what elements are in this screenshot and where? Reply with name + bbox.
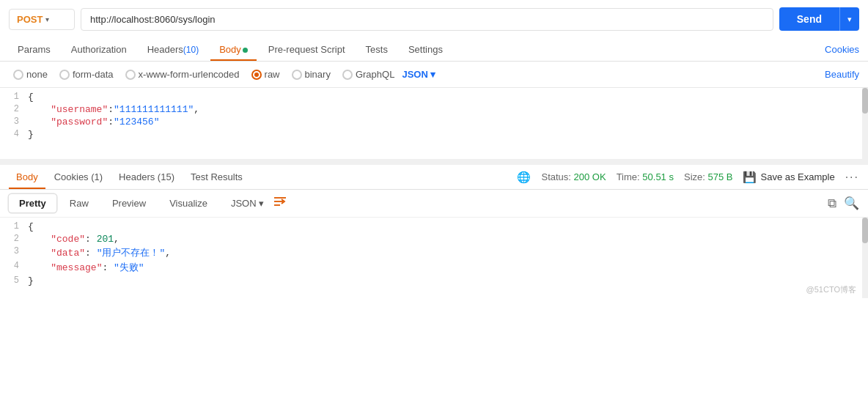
response-body-editor: 1 { 2 "code": 201, 3 "data": "用户不存在！", 4 <box>0 218 868 298</box>
response-format-select[interactable]: JSON ▾ <box>231 198 264 209</box>
headers-badge: (10) <box>183 45 199 55</box>
resp-tab-body[interactable]: Body <box>9 165 45 189</box>
req-line-3: 3 "password":"123456" <box>0 116 868 128</box>
radio-form-data-circle <box>59 70 70 80</box>
radio-form-data[interactable]: form-data <box>55 67 118 81</box>
save-icon: 💾 <box>743 171 757 184</box>
beautify-button[interactable]: Beautify <box>825 69 859 80</box>
search-button[interactable]: 🔍 <box>844 196 859 211</box>
tab-pre-request[interactable]: Pre-request Script <box>260 38 354 61</box>
response-section: Body Cookies (1) Headers (15) Test Resul… <box>0 165 868 298</box>
resp-line-3: 3 "data": "用户不存在！", <box>0 245 868 260</box>
time-value: 50.51 s <box>642 171 674 182</box>
save-example-button[interactable]: 💾 Save as Example <box>743 171 834 184</box>
body-dot <box>243 48 248 53</box>
req-scrollbar-thumb <box>862 88 868 114</box>
time-block: Time: 50.51 s <box>617 171 674 182</box>
copy-button[interactable]: ⧉ <box>828 196 836 211</box>
globe-icon: 🌐 <box>517 171 531 184</box>
url-bar: POST ▾ Send ▾ <box>9 7 859 31</box>
size-value: 575 B <box>708 171 733 182</box>
response-subtab-bar: Pretty Raw Preview Visualize JSON ▾ ⧉ 🔍 <box>0 190 868 218</box>
tab-body[interactable]: Body <box>210 38 257 61</box>
resp-subtab-raw[interactable]: Raw <box>59 194 99 212</box>
status-value: 200 OK <box>574 171 606 182</box>
more-options-button[interactable]: ··· <box>845 171 859 184</box>
resp-subtab-pretty[interactable]: Pretty <box>9 194 56 212</box>
request-section: POST ▾ Send ▾ Params Authorization Heade… <box>0 0 868 62</box>
json-format-select[interactable]: JSON ▾ <box>402 69 435 80</box>
radio-raw[interactable]: raw <box>247 67 284 81</box>
resp-scrollbar-track[interactable] <box>862 218 868 298</box>
req-line-1: 1 { <box>0 91 868 103</box>
response-meta: 🌐 Status: 200 OK Time: 50.51 s Size: 575… <box>517 171 859 184</box>
radio-none-circle <box>13 70 23 80</box>
send-button[interactable]: Send <box>779 7 839 31</box>
url-input[interactable] <box>81 8 773 31</box>
tab-settings[interactable]: Settings <box>400 38 452 61</box>
format-chevron-icon: ▾ <box>259 198 264 209</box>
response-code-editor[interactable]: 1 { 2 "code": 201, 3 "data": "用户不存在！", 4 <box>0 218 868 298</box>
send-btn-wrapper: Send ▾ <box>779 7 859 31</box>
resp-line-4: 4 "message": "失败" <box>0 260 868 275</box>
resp-line-2: 2 "code": 201, <box>0 233 868 245</box>
watermark: @51CTO博客 <box>806 284 856 295</box>
json-chevron-icon: ▾ <box>430 69 435 80</box>
request-tab-bar: Params Authorization Headers(10) Body Pr… <box>9 38 859 61</box>
resp-tab-headers[interactable]: Headers (15) <box>111 165 182 189</box>
wrap-button[interactable] <box>273 195 287 212</box>
radio-graphql-circle <box>342 70 353 80</box>
radio-urlencoded[interactable]: x-www-form-urlencoded <box>121 67 244 81</box>
resp-scrollbar-thumb <box>862 218 868 243</box>
tab-headers[interactable]: Headers(10) <box>139 38 207 61</box>
resp-tab-test-results[interactable]: Test Results <box>183 165 250 189</box>
response-actions: ⧉ 🔍 <box>828 196 859 211</box>
body-type-bar: none form-data x-www-form-urlencoded raw… <box>0 62 868 88</box>
radio-urlencoded-circle <box>125 70 136 80</box>
radio-binary[interactable]: binary <box>287 67 335 81</box>
req-line-4: 4 } <box>0 128 868 141</box>
resp-tab-cookies[interactable]: Cookies (1) <box>47 165 110 189</box>
method-label: POST <box>17 14 43 25</box>
status-block: Status: 200 OK <box>541 171 606 182</box>
cookies-link[interactable]: Cookies <box>825 44 859 55</box>
wrap-icon <box>273 195 287 208</box>
send-dropdown-button[interactable]: ▾ <box>839 7 859 31</box>
request-body-editor: 1 { 2 "username":"111111111111", 3 "pass… <box>0 88 868 165</box>
method-selector[interactable]: POST ▾ <box>9 9 75 30</box>
tab-params[interactable]: Params <box>9 38 59 61</box>
radio-none[interactable]: none <box>9 67 52 81</box>
req-scrollbar-track[interactable] <box>862 88 868 165</box>
req-line-2: 2 "username":"111111111111", <box>0 103 868 116</box>
resp-line-1: 1 { <box>0 221 868 233</box>
size-block: Size: 575 B <box>684 171 733 182</box>
tab-authorization[interactable]: Authorization <box>62 38 136 61</box>
resp-subtab-visualize[interactable]: Visualize <box>159 194 218 212</box>
request-code-editor[interactable]: 1 { 2 "username":"111111111111", 3 "pass… <box>0 88 868 165</box>
tab-tests[interactable]: Tests <box>357 38 397 61</box>
response-tab-bar: Body Cookies (1) Headers (15) Test Resul… <box>0 165 868 190</box>
method-chevron-icon: ▾ <box>45 15 49 23</box>
resp-subtab-preview[interactable]: Preview <box>102 194 156 212</box>
resp-line-5: 5 } <box>0 275 868 287</box>
radio-raw-circle <box>251 70 262 80</box>
radio-graphql[interactable]: GraphQL <box>338 67 399 81</box>
radio-binary-circle <box>292 70 302 80</box>
